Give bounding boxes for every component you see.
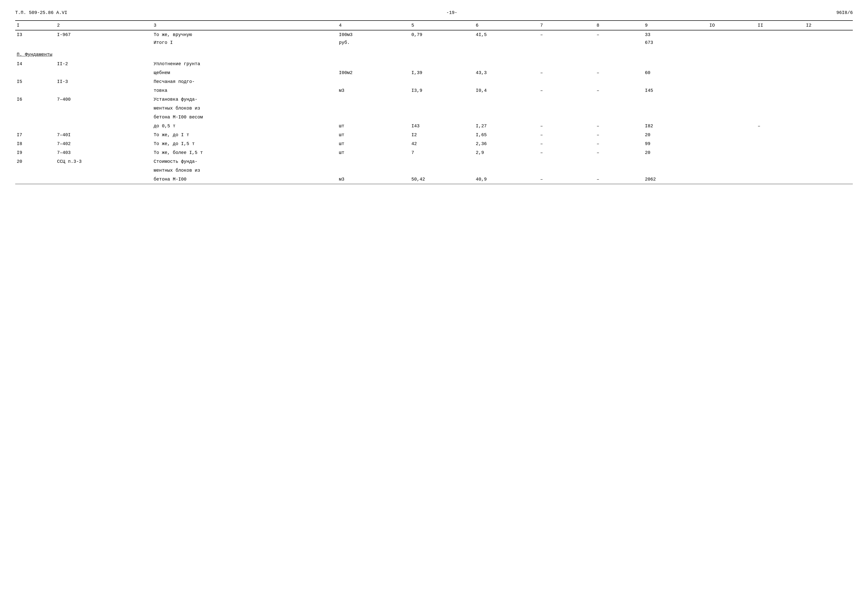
row-col12	[804, 157, 853, 166]
row-col11	[756, 113, 805, 122]
row-col8: –	[595, 131, 643, 140]
row-unit: м3	[337, 86, 410, 95]
row-col11	[756, 131, 805, 140]
row-col6: I0,4	[474, 86, 539, 95]
row-col5	[410, 104, 474, 113]
row-col6	[474, 77, 539, 86]
col-header-10: IO	[708, 21, 756, 30]
row-unit	[337, 60, 410, 68]
row-unit	[337, 104, 410, 113]
row-col6	[474, 166, 539, 175]
row-col10	[708, 175, 756, 184]
row-col10	[708, 39, 756, 48]
row-col11	[756, 60, 805, 68]
table-row: I77–40IТо же, до I тштI2I,65––20	[15, 131, 853, 140]
row-description: Уплотнение грунта	[152, 60, 337, 68]
row-unit: шт	[337, 131, 410, 140]
row-col5	[410, 60, 474, 68]
row-col10	[708, 77, 756, 86]
row-col5	[410, 166, 474, 175]
row-col6: 43,3	[474, 68, 539, 77]
row-col8: –	[595, 68, 643, 77]
table-row: I87–402То же, до I,5 тшт422,36––99	[15, 140, 853, 148]
row-col7: –	[539, 122, 595, 131]
row-col9	[643, 113, 708, 122]
row-id	[15, 113, 56, 122]
row-col7: –	[539, 86, 595, 95]
row-col10	[708, 166, 756, 175]
row-col6: 2,9	[474, 148, 539, 157]
row-col9: I82	[643, 122, 708, 131]
row-description: бетона М-I00	[152, 175, 337, 184]
row-id	[15, 175, 56, 184]
table-row: 20ССЦ п.3-3Стоимость фунда-	[15, 157, 853, 166]
row-id: I5	[15, 77, 56, 86]
row-unit: руб.	[337, 39, 410, 48]
table-row: до 0,5 тштI43I,27––I82–	[15, 122, 853, 131]
row-col5	[410, 39, 474, 48]
row-unit: шт	[337, 140, 410, 148]
row-id: I3	[15, 30, 56, 39]
row-col12	[804, 148, 853, 157]
page-header: Т.П. 509-25.86 А.VI -19- 96I8/6	[15, 10, 853, 15]
row-col10	[708, 140, 756, 148]
row-col6: 40,9	[474, 175, 539, 184]
row-code: I-967	[56, 30, 152, 39]
table-row: I4II-2Уплотнение грунта	[15, 60, 853, 68]
row-col7: –	[539, 30, 595, 39]
row-code	[56, 39, 152, 48]
col-header-4: 4	[337, 21, 410, 30]
row-col7	[539, 166, 595, 175]
table-row: I3I-967То же, вручнуюI00м30,794I,5––33	[15, 30, 853, 39]
col-header-11: II	[756, 21, 805, 30]
row-description: до 0,5 т	[152, 122, 337, 131]
row-col12	[804, 113, 853, 122]
row-unit	[337, 95, 410, 104]
row-col11	[756, 175, 805, 184]
row-col9: 20	[643, 148, 708, 157]
row-col9	[643, 95, 708, 104]
row-col12	[804, 131, 853, 140]
col-header-3: 3	[152, 21, 337, 30]
row-col11	[756, 157, 805, 166]
row-col9	[643, 166, 708, 175]
row-col7: –	[539, 148, 595, 157]
row-unit: I00м2	[337, 68, 410, 77]
row-col8: –	[595, 148, 643, 157]
row-col5: 0,79	[410, 30, 474, 39]
row-col9: 99	[643, 140, 708, 148]
row-description: товка	[152, 86, 337, 95]
row-id: 20	[15, 157, 56, 166]
row-col12	[804, 68, 853, 77]
row-col7	[539, 95, 595, 104]
row-col6	[474, 95, 539, 104]
row-id: I8	[15, 140, 56, 148]
row-col11	[756, 95, 805, 104]
row-col9: 60	[643, 68, 708, 77]
row-col10	[708, 68, 756, 77]
row-code: 7–400	[56, 95, 152, 104]
row-col9: 2062	[643, 175, 708, 184]
row-col8	[595, 60, 643, 68]
row-col10	[708, 30, 756, 39]
table-row: бетона М-I00 весом	[15, 113, 853, 122]
row-description: То же, до I т	[152, 131, 337, 140]
row-code: 7–403	[56, 148, 152, 157]
row-id	[15, 104, 56, 113]
row-col8	[595, 104, 643, 113]
row-unit	[337, 113, 410, 122]
row-description: Установка фунда-	[152, 95, 337, 104]
row-id	[15, 166, 56, 175]
header-center: -19-	[446, 10, 457, 15]
row-col10	[708, 113, 756, 122]
row-col12	[804, 86, 853, 95]
row-col10	[708, 86, 756, 95]
row-col8: –	[595, 30, 643, 39]
row-col8	[595, 39, 643, 48]
row-col7	[539, 113, 595, 122]
table-row: I67–400Установка фунда-	[15, 95, 853, 104]
row-id: I6	[15, 95, 56, 104]
row-unit	[337, 157, 410, 166]
table-row: I5II-3Песчаная подго-	[15, 77, 853, 86]
row-code	[56, 166, 152, 175]
